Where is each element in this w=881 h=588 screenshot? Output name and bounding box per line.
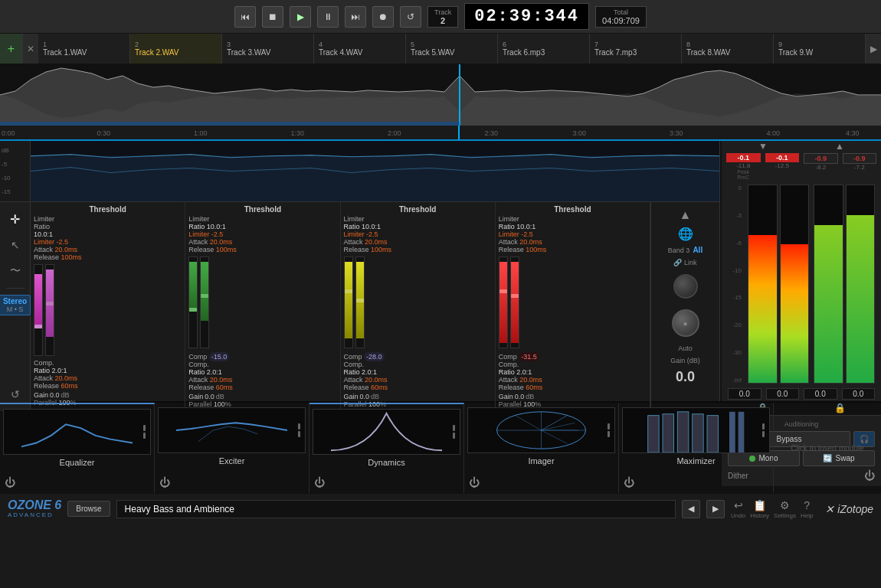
peak-l1-value: -0.1 (726, 153, 761, 162)
maximizer-thumb-svg (623, 408, 769, 452)
pause-button[interactable]: ⏸ (317, 6, 339, 28)
band-4-release-value: 100ms (526, 246, 546, 253)
band3-all-label[interactable]: All (693, 246, 703, 254)
module-exciter[interactable]: ✕ ⏻ Exciter (155, 403, 309, 493)
vu-down-button[interactable]: ▼ (758, 141, 768, 152)
band3-auto-label: Auto (678, 345, 693, 352)
band3-gain-knob[interactable]: ● (672, 309, 699, 337)
track-tab-6[interactable]: 6 Track 6.mp3 (498, 34, 590, 64)
db-label-neg15: -15 (2, 188, 28, 195)
band-4-fader-1-handle[interactable] (499, 289, 507, 293)
band-1-comp-release-label: Release 60ms (34, 382, 182, 390)
band-4-column: Threshold Limiter Ratio 10.0:1 Limiter -… (496, 202, 650, 411)
rms-label-1: RmC (737, 175, 749, 180)
scale-20: -20 (729, 322, 742, 328)
main-content: dB -5 -10 -15 (0, 141, 881, 401)
preset-name-display[interactable]: Heavy Bass and Ambience (116, 500, 676, 518)
scale-15: -15 (729, 294, 742, 301)
history-button[interactable]: 📋 History (750, 499, 769, 519)
tab-scroll-left[interactable]: ✕ (23, 34, 38, 64)
vu-value-row: 0.0 0.0 0.0 0.0 (722, 387, 881, 401)
track-tab-2[interactable]: 2 Track 2.WAV (130, 34, 222, 64)
rewind-button[interactable]: ⏮ (234, 6, 256, 28)
undo-button[interactable]: ↩ Undo (731, 499, 745, 519)
module-equalizer[interactable]: ✕ ⏻ Equalizer (0, 403, 155, 493)
band-3-fader-1-fill (345, 262, 352, 338)
tab-name-8: Track 8.WAV (686, 48, 768, 57)
band-1-fader-2[interactable] (45, 264, 54, 356)
module-dynamics[interactable]: ✕ ⏻ Dynamics (309, 403, 464, 493)
track-tab-8[interactable]: 8 Track 8.WAV (682, 34, 774, 64)
reset-tool-button[interactable]: ↺ (5, 384, 26, 405)
peak-channel-l1: -0.1 -11.8 Peak RmC (726, 153, 761, 180)
band-2-fader-2-handle[interactable] (201, 294, 208, 298)
preset-next-button[interactable]: ▶ (706, 500, 725, 518)
track-tab-3[interactable]: 3 Track 3.WAV (222, 34, 314, 64)
play-button[interactable]: ▶ (290, 6, 311, 28)
exciter-thumb-svg (159, 408, 305, 452)
settings-button[interactable]: ⚙ Settings (774, 499, 796, 519)
module-maximizer[interactable]: ✕ ⏻ Maximizer (619, 403, 774, 493)
band-1-fader-1-handle[interactable] (34, 325, 42, 328)
insert-module-placeholder[interactable]: Click to insert module (774, 403, 881, 493)
track-tab-1[interactable]: 1 Track 1.WAV (38, 34, 130, 64)
eq-dot-2 (143, 433, 146, 439)
track-tab-9[interactable]: 9 Track 9.W (774, 34, 866, 64)
tab-num-3: 3 (227, 41, 309, 48)
peak-display-1: -0.1 -11.8 Peak RmC -0.1 -12.5 -0.9 -8.2… (722, 152, 881, 181)
imager-power-button[interactable]: ⏻ (469, 476, 480, 488)
band-1-fader-2-handle[interactable] (46, 302, 54, 305)
insert-module-label: Click to insert module (791, 444, 864, 452)
vu-up-button[interactable]: ▲ (835, 141, 844, 152)
band-1-fader-1[interactable] (34, 264, 43, 356)
track-tab-4[interactable]: 4 Track 4.WAV (314, 34, 406, 64)
vu-group-2 (814, 185, 875, 384)
band-2-fader-1-handle[interactable] (189, 308, 197, 312)
band-4-fader-2-handle[interactable] (511, 294, 519, 298)
cursor-tool-button[interactable]: ✛ (5, 208, 26, 230)
wave-tool-button[interactable]: 〜 (5, 260, 26, 282)
help-button[interactable]: ? Help (801, 499, 813, 519)
band-1-comp-attack-label: Attack 20.0ms (34, 374, 182, 382)
track-tab-5[interactable]: 5 Track 5.WAV (406, 34, 498, 64)
dynamics-power-button[interactable]: ⏻ (314, 476, 325, 488)
stereo-mode-button[interactable]: Stereo M • S (0, 295, 31, 315)
tab-num-5: 5 (411, 41, 493, 48)
module-maximizer-thumb (622, 407, 770, 453)
stop-button[interactable]: ⏹ (262, 6, 283, 28)
vu-nav: ▼ ▲ (722, 141, 881, 152)
band-2-fader-2[interactable] (200, 256, 209, 348)
exciter-power-button[interactable]: ⏻ (159, 476, 170, 488)
svg-rect-7 (21, 410, 133, 454)
fast-forward-button[interactable]: ⏭ (345, 6, 366, 28)
svg-rect-21 (663, 414, 674, 452)
eq-power-button[interactable]: ⏻ (5, 476, 15, 488)
band-4-faders (499, 256, 647, 348)
loop-button[interactable]: ↺ (400, 6, 421, 28)
band-3-fader-2[interactable] (355, 256, 365, 348)
band-3-fader-1-handle[interactable] (345, 289, 352, 293)
arrow-tool-button[interactable]: ↖ (5, 234, 26, 256)
module-imager[interactable]: ✕ ⏻ Imager (464, 403, 619, 493)
tab-scroll-right[interactable]: ▶ (866, 34, 881, 64)
band-2-header: Threshold (188, 205, 336, 214)
band-2-fader-1[interactable] (188, 256, 198, 348)
add-track-button[interactable]: + (0, 34, 23, 64)
waveform-overview[interactable]: 0:00 0:30 1:00 1:30 2:00 2:30 3:00 3:30 … (0, 64, 881, 141)
maximizer-power-button[interactable]: ⏻ (624, 476, 634, 488)
preset-prev-button[interactable]: ◀ (682, 500, 700, 518)
band-3-fader-2-handle[interactable] (356, 299, 364, 302)
browse-button[interactable]: Browse (67, 501, 110, 517)
record-button[interactable]: ⏺ (372, 6, 394, 28)
band-2-ratio: Ratio 10.0:1 (188, 223, 336, 230)
band-4-fader-2[interactable] (510, 256, 519, 348)
settings-label: Settings (774, 512, 796, 519)
band-4-fader-1[interactable] (499, 256, 508, 348)
track-tab-7[interactable]: 7 Track 7.mp3 (590, 34, 682, 64)
band-2-attack-label: Attack 20.0ms (188, 238, 336, 246)
band-3-fader-1[interactable] (344, 256, 353, 348)
band-1-ratio-value: 10.0:1 (34, 230, 182, 238)
band3-threshold-knob[interactable] (673, 274, 698, 299)
tab-name-6: Track 6.mp3 (503, 48, 585, 57)
tab-num-9: 9 (778, 41, 860, 48)
